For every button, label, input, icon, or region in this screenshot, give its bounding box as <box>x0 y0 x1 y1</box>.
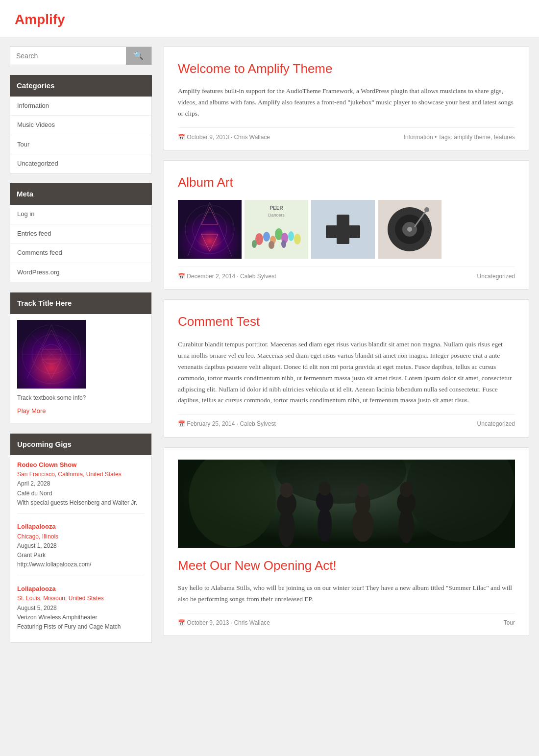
post-photo <box>178 460 515 548</box>
track-widget: Track Title Here <box>10 292 152 423</box>
post-tags: Uncategorized <box>477 419 515 429</box>
gig-venue: Café du Nord <box>17 489 145 498</box>
calendar-icon: 📅 <box>178 134 185 141</box>
post-body: Curabitur blandit tempus porttitor. Maec… <box>178 339 515 407</box>
post-date: October 9, 2013 <box>187 619 229 626</box>
post-welcome: Welcome to Amplify Theme Amplify feature… <box>164 47 529 151</box>
list-item[interactable]: Music Videos <box>10 116 151 135</box>
album-art-svg-1 <box>178 200 242 259</box>
track-heading: Track Title Here <box>10 293 151 314</box>
main-content: Welcome to Amplify Theme Amplify feature… <box>164 47 529 646</box>
svg-rect-32 <box>326 225 360 238</box>
post-author: Caleb Sylvest <box>240 273 276 280</box>
post-author: Chris Wallace <box>234 134 270 141</box>
post-tags: Tour <box>504 618 515 628</box>
album-thumb-1 <box>178 200 242 259</box>
category-link[interactable]: Tour <box>17 141 29 148</box>
post-tags: Information • Tags: amplify theme, featu… <box>404 133 515 142</box>
list-item[interactable]: Uncategorized <box>10 154 151 173</box>
site-title[interactable]: Amplify <box>15 9 524 31</box>
search-box: 🔍 <box>10 47 152 65</box>
post-comment-test: Comment Test Curabitur blandit tempus po… <box>164 299 529 437</box>
post-author: Caleb Sylvest <box>240 420 275 427</box>
list-item[interactable]: Log in <box>10 205 151 224</box>
post-date-author: 📅 October 9, 2013 · Chris Wallace <box>178 133 270 142</box>
gig-location: Chicago, Illinois <box>17 532 145 541</box>
gig-guests: With special guests Heisenberg and Walte… <box>17 498 145 508</box>
calendar-icon: 📅 <box>178 619 185 626</box>
album-art-svg-4 <box>378 200 441 259</box>
post-album-art: Album Art <box>164 160 529 290</box>
list-item[interactable]: Information <box>10 97 151 116</box>
band-photo-svg <box>178 460 515 548</box>
post-tags: Uncategorized <box>477 272 515 281</box>
album-thumb-4 <box>378 200 441 259</box>
svg-point-55 <box>400 482 413 497</box>
svg-point-29 <box>281 240 286 248</box>
search-icon: 🔍 <box>134 51 144 60</box>
post-body: Amplify features built-in support for th… <box>178 86 515 120</box>
meta-link[interactable]: Entries feed <box>17 230 51 237</box>
category-link[interactable]: Information <box>17 102 49 109</box>
post-author: Chris Wallace <box>234 619 270 626</box>
svg-point-46 <box>280 482 294 497</box>
categories-section: Categories Information Music Videos Tour… <box>10 75 152 174</box>
categories-list: Information Music Videos Tour Uncategori… <box>10 97 152 174</box>
gig-item: Lollapalooza Chicago, Illinois August 1,… <box>17 522 145 576</box>
album-grid: PEER Dancers <box>178 200 515 259</box>
gig-url[interactable]: http://www.lollapalooza.com/ <box>17 560 145 569</box>
svg-point-49 <box>318 481 330 495</box>
svg-rect-10 <box>178 200 242 259</box>
gigs-list: Rodeo Clown Show San Francisco, Californ… <box>10 455 151 643</box>
post-title[interactable]: Meet Our New Opening Act! <box>178 556 515 576</box>
svg-line-4 <box>51 325 76 379</box>
gig-name[interactable]: Lollapalooza <box>17 522 145 532</box>
track-widget-body: Track textbook some info? Play More <box>10 314 151 423</box>
meta-link[interactable]: Comments feed <box>17 249 62 256</box>
post-date: October 9, 2013 <box>187 134 229 141</box>
meta-list: Log in Entries feed Comments feed WordPr… <box>10 205 152 282</box>
list-item[interactable]: Comments feed <box>10 244 151 263</box>
post-opening-act: Meet Our New Opening Act! Say hello to A… <box>164 447 529 636</box>
meta-section: Meta Log in Entries feed Comments feed W… <box>10 183 152 282</box>
svg-point-48 <box>318 507 332 541</box>
svg-point-28 <box>269 241 274 249</box>
svg-text:PEER: PEER <box>270 205 283 211</box>
svg-point-39 <box>424 207 429 212</box>
post-date-author: 📅 February 25, 2014 · Caleb Sylvest <box>178 419 276 429</box>
gigs-widget: Upcoming Gigs Rodeo Clown Show San Franc… <box>10 433 152 643</box>
svg-point-51 <box>352 509 373 542</box>
post-title[interactable]: Welcome to Amplify Theme <box>178 59 515 79</box>
gig-item: Rodeo Clown Show San Francisco, Californ… <box>17 460 145 514</box>
list-item[interactable]: Tour <box>10 135 151 154</box>
meta-link[interactable]: Log in <box>17 210 34 218</box>
svg-marker-9 <box>42 359 61 379</box>
post-date-author: 📅 October 9, 2013 · Chris Wallace <box>178 618 270 628</box>
gig-name[interactable]: Rodeo Clown Show <box>17 460 145 470</box>
gig-location: San Francisco, California, United States <box>17 470 145 479</box>
search-input[interactable] <box>10 47 126 65</box>
list-item[interactable]: WordPress.org <box>10 263 151 282</box>
svg-point-52 <box>357 483 368 497</box>
post-title[interactable]: Album Art <box>178 172 515 193</box>
search-button[interactable]: 🔍 <box>126 47 151 65</box>
post-title[interactable]: Comment Test <box>178 312 515 332</box>
svg-point-26 <box>294 234 301 244</box>
list-item[interactable]: Entries feed <box>10 224 151 244</box>
svg-point-37 <box>407 227 412 232</box>
category-link[interactable]: Music Videos <box>17 121 55 128</box>
svg-point-27 <box>252 240 257 248</box>
gig-name[interactable]: Lollapalooza <box>17 584 145 594</box>
album-art-svg-3 <box>311 200 375 259</box>
svg-point-54 <box>399 507 414 543</box>
calendar-icon: 📅 <box>178 420 185 427</box>
play-more-link[interactable]: Play More <box>17 407 46 415</box>
meta-heading: Meta <box>10 183 152 205</box>
gigs-heading: Upcoming Gigs <box>10 434 151 455</box>
album-thumb-3 <box>311 200 375 259</box>
gig-item: Lollapalooza St. Louis, Missouri, United… <box>17 584 145 638</box>
post-date: February 25, 2014 <box>187 420 235 427</box>
meta-link[interactable]: WordPress.org <box>17 268 59 276</box>
category-link[interactable]: Uncategorized <box>17 160 58 167</box>
post-meta: 📅 October 9, 2013 · Chris Wallace Inform… <box>178 127 515 142</box>
